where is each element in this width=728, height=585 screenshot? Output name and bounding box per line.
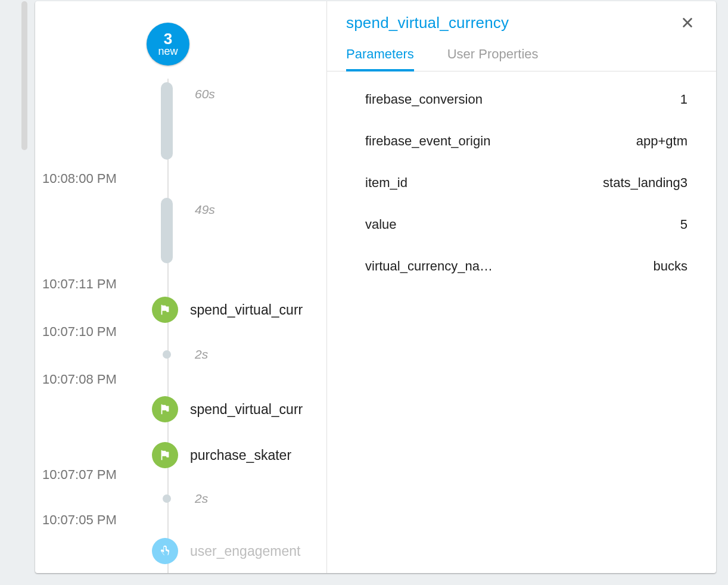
param-key: virtual_currency_na… — [365, 259, 493, 274]
gap-label: 2s — [195, 347, 208, 362]
debugview-card: 3 new 60s 49s spend_virtual_curr 2s spen — [35, 1, 716, 573]
parameter-row: item_id stats_landing3 — [365, 162, 687, 204]
flag-icon — [152, 442, 178, 468]
event-label: user_engagement — [190, 543, 300, 559]
timeline-event[interactable]: spend_virtual_curr — [152, 297, 303, 323]
parameter-row: value 5 — [365, 204, 687, 245]
gap-label: 49s — [195, 203, 215, 217]
parameter-row: firebase_event_origin app+gtm — [365, 120, 687, 162]
gap-segment: 49s — [152, 198, 173, 263]
timestamp: 10:07:11 PM — [42, 276, 150, 292]
timeline-event[interactable]: user_engagement — [152, 538, 300, 564]
param-key: firebase_conversion — [365, 92, 483, 107]
timestamp: 10:07:10 PM — [42, 324, 150, 340]
param-value: 5 — [680, 217, 687, 232]
gap-label: 2s — [195, 491, 208, 506]
event-label: spend_virtual_curr — [190, 302, 303, 318]
close-button[interactable] — [678, 13, 697, 32]
close-icon — [681, 16, 694, 29]
gap-segment: 2s — [152, 350, 171, 359]
timestamp: 10:07:05 PM — [42, 512, 150, 528]
param-key: item_id — [365, 175, 407, 191]
new-events-count: 3 — [164, 31, 172, 46]
outer-scrollbar[interactable] — [21, 1, 27, 150]
flag-icon — [152, 297, 178, 323]
event-label: purchase_skater — [190, 447, 291, 463]
detail-title: spend_virtual_currency — [346, 14, 509, 32]
event-detail-panel: spend_virtual_currency Parameters User P… — [326, 1, 716, 573]
param-value: 1 — [680, 92, 687, 107]
flag-icon — [152, 396, 178, 422]
timeline-event[interactable]: spend_virtual_curr — [152, 396, 303, 422]
param-key: firebase_event_origin — [365, 133, 490, 149]
gap-dot-icon — [163, 494, 171, 503]
timestamp: 10:07:07 PM — [42, 467, 150, 483]
gap-pill-icon — [161, 198, 173, 263]
gap-dot-icon — [163, 350, 171, 359]
gap-pill-icon — [161, 82, 173, 160]
param-key: value — [365, 217, 397, 232]
param-value: stats_landing3 — [603, 175, 687, 191]
tab-user-properties[interactable]: User Properties — [447, 46, 539, 71]
parameter-row: firebase_conversion 1 — [365, 79, 687, 120]
new-events-badge[interactable]: 3 new — [147, 23, 189, 66]
event-label: spend_virtual_curr — [190, 402, 303, 418]
parameter-row: virtual_currency_na… bucks — [365, 245, 687, 287]
new-events-circle: 3 new — [147, 23, 189, 66]
detail-tabs: Parameters User Properties — [327, 32, 716, 71]
touch-icon — [152, 538, 178, 564]
new-events-label: new — [158, 45, 178, 58]
timestamp: 10:07:08 PM — [42, 372, 150, 387]
tab-parameters[interactable]: Parameters — [346, 46, 414, 71]
param-value: app+gtm — [636, 133, 687, 149]
param-value: bucks — [654, 259, 687, 274]
gap-label: 60s — [195, 87, 215, 101]
timeline-event[interactable]: purchase_skater — [152, 442, 291, 468]
gap-segment: 2s — [152, 494, 171, 503]
timeline-panel: 3 new 60s 49s spend_virtual_curr 2s spen — [35, 1, 327, 573]
parameter-list: firebase_conversion 1 firebase_event_ori… — [327, 71, 716, 294]
detail-header: spend_virtual_currency — [327, 1, 716, 32]
timestamp: 10:08:00 PM — [42, 171, 150, 186]
gap-segment: 60s — [152, 82, 173, 160]
